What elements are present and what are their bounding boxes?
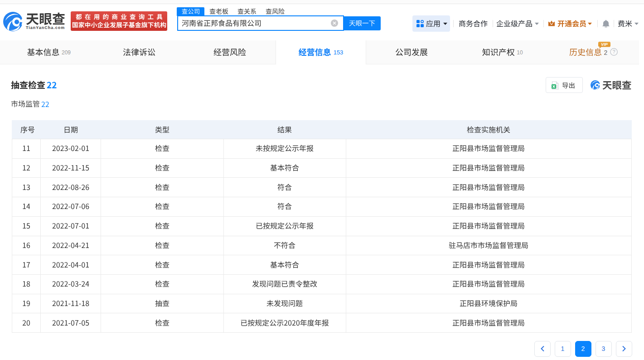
svg-text:VIP: VIP [601,42,608,47]
svg-text:?: ? [613,49,615,54]
